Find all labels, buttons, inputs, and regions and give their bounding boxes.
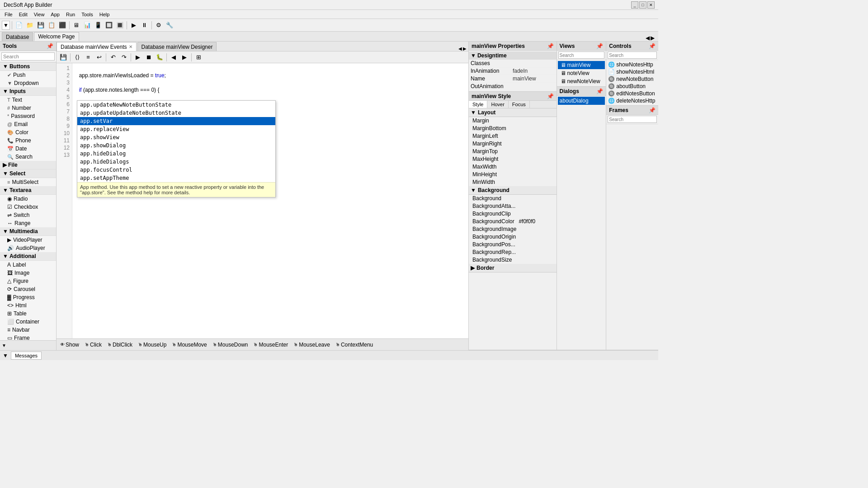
title-bar-controls[interactable]: _ □ ✕ [631, 1, 655, 9]
editor-tab-designer[interactable]: Database mainView Designer [137, 42, 217, 51]
prop-inanimation-val[interactable]: fadeIn [511, 67, 557, 75]
toolbar-btn-10[interactable]: 🔳 [115, 20, 125, 30]
properties-pin-btn[interactable]: 📌 [547, 43, 554, 49]
tools-search-input[interactable] [1, 52, 55, 61]
tool-email[interactable]: @Email [0, 120, 56, 128]
toolbar-btn-run[interactable]: ▶ [129, 20, 139, 30]
tool-audioplayer[interactable]: 🔊AudioPlayer [0, 244, 56, 252]
control-shownoteshttp[interactable]: 🌐 showNotesHttp [606, 61, 658, 68]
toolbar-btn-open[interactable]: 📁 [25, 20, 35, 30]
menu-edit[interactable]: Edit [16, 11, 30, 18]
toolbar-btn-debug[interactable]: ⏸ [140, 20, 150, 30]
event-mousedown[interactable]: 🖱 MouseDown [211, 341, 250, 348]
marginright-val[interactable] [517, 140, 556, 147]
tool-carousel[interactable]: ⟳Carousel [0, 285, 56, 293]
tool-navbar[interactable]: ≡Navbar [0, 326, 56, 334]
toolbar-btn-save[interactable]: 💾 [36, 20, 46, 30]
tool-videoplayer[interactable]: ▶VideoPlayer [0, 236, 56, 244]
tool-table[interactable]: ⊞Table [0, 310, 56, 318]
ac-item-4[interactable]: app.replaceView [77, 125, 275, 133]
tool-range[interactable]: ↔Range [0, 219, 56, 227]
control-shownoteshtml[interactable]: 📄 showNotesHtml [606, 68, 658, 75]
tools-panel-pin[interactable]: 📌 [47, 43, 53, 49]
bgrep-val[interactable] [517, 249, 556, 256]
menu-help[interactable]: Help [97, 11, 113, 18]
view-newnoteview[interactable]: 🖥 newNoteView [558, 77, 605, 85]
ed-debug-btn[interactable]: 🐛 [155, 52, 165, 62]
autocomplete-dropdown[interactable]: app.updateNewNoteButtonState app.updateU… [77, 100, 276, 197]
bgpos-val[interactable] [517, 241, 556, 248]
tool-color[interactable]: 🎨Color [0, 128, 56, 136]
ed-prev-btn[interactable]: ◀ [169, 52, 179, 62]
ed-save-btn[interactable]: 💾 [58, 52, 68, 62]
style-pin-btn[interactable]: 📌 [547, 93, 554, 99]
minwidth-val[interactable] [517, 178, 556, 186]
toolbar-btn-7[interactable]: 📊 [82, 20, 92, 30]
ed-next-btn[interactable]: ▶ [179, 52, 189, 62]
menu-view[interactable]: View [31, 11, 47, 18]
style-group-background[interactable]: ▼ Background [469, 186, 557, 195]
style-group-border[interactable]: ▶ Border [469, 264, 557, 272]
tool-progress[interactable]: ▓Progress [0, 293, 56, 301]
ac-item-9[interactable]: app.focusControl [77, 166, 275, 174]
event-contextmenu[interactable]: 🖱 ContextMenu [334, 341, 375, 348]
tool-multiselect[interactable]: ≡MultiSelect [0, 178, 56, 186]
tool-image[interactable]: 🖼Image [0, 269, 56, 277]
bgsize-val[interactable] [517, 256, 556, 263]
tool-switch[interactable]: ⇌Switch [0, 211, 56, 219]
minheight-val[interactable] [517, 171, 556, 178]
tool-number[interactable]: #Number [0, 104, 56, 112]
maximize-button[interactable]: □ [639, 1, 646, 9]
dialog-aboutdialog[interactable]: aboutDialog [558, 97, 605, 105]
ed-outdent-btn[interactable]: ↩ [94, 52, 104, 62]
prop-outanimation-val[interactable] [511, 83, 557, 90]
controls-pin-btn[interactable]: 📌 [649, 43, 656, 49]
prop-name-val[interactable]: mainView [511, 75, 557, 82]
control-editnotesbutton[interactable]: 🔘 editNotesButton [606, 90, 658, 97]
ed-run-btn[interactable]: ▶ [133, 52, 143, 62]
category-additional[interactable]: ▼ Additional [0, 252, 56, 261]
editor-tab-events[interactable]: Database mainView Events ✕ [57, 42, 137, 51]
style-tab-hover[interactable]: Hover [487, 101, 508, 108]
bg-val[interactable] [517, 195, 556, 202]
toolbar-btn-5[interactable]: ⬛ [57, 20, 67, 30]
marginbottom-val[interactable] [517, 125, 556, 132]
ed-redo-btn[interactable]: ↷ [119, 52, 129, 62]
category-inputs[interactable]: ▼ Inputs [0, 87, 56, 96]
toolbar-btn-new[interactable]: 📄 [14, 20, 24, 30]
ac-item-3[interactable]: app.setVar [77, 117, 275, 125]
view-noteview[interactable]: 🖥 noteView [558, 69, 605, 77]
tool-password[interactable]: *Password [0, 112, 56, 120]
ac-item-2[interactable]: app.updateUpdateNoteButtonState [77, 109, 275, 117]
style-tab-focus[interactable]: Focus [509, 101, 530, 108]
toolbar-btn-12[interactable]: 🔧 [165, 20, 175, 30]
tool-label[interactable]: ALabel [0, 261, 56, 269]
ac-item-8[interactable]: app.hideDialogs [77, 158, 275, 166]
menu-app[interactable]: App [48, 11, 62, 18]
minimize-button[interactable]: _ [631, 1, 638, 9]
bgclip-val[interactable] [517, 210, 556, 217]
margin-val[interactable] [517, 117, 556, 124]
event-mouseenter[interactable]: 🖱 MouseEnter [251, 341, 290, 348]
ed-format-btn[interactable]: ⟨⟩ [72, 52, 82, 62]
frames-search-input[interactable] [608, 116, 657, 123]
tab-welcome[interactable]: Welcome Page [34, 32, 79, 41]
tool-search-input[interactable]: 🔍Search [0, 153, 56, 161]
event-dblclick[interactable]: 🖱 DblClick [105, 341, 134, 348]
maxheight-val[interactable] [517, 155, 556, 163]
tool-text[interactable]: TText [0, 96, 56, 104]
toolbar-btn-11[interactable]: ⚙ [154, 20, 164, 30]
designtime-header[interactable]: ▼ Designtime [469, 52, 557, 60]
ed-expand-btn[interactable]: ⊞ [193, 52, 203, 62]
menu-file[interactable]: File [2, 11, 15, 18]
bgimage-val[interactable] [517, 225, 556, 233]
maxwidth-val[interactable] [517, 163, 556, 170]
tab-database[interactable]: Database [2, 32, 33, 41]
tool-date[interactable]: 📅Date [0, 145, 56, 153]
toolbar-btn-9[interactable]: 🔲 [104, 20, 114, 30]
tab-next-btn[interactable]: ▶ [651, 35, 655, 41]
toolbar-btn-4[interactable]: 📋 [47, 20, 57, 30]
event-mouseup[interactable]: 🖱 MouseUp [136, 341, 168, 348]
style-tab-style[interactable]: Style [469, 101, 487, 108]
marginleft-val[interactable] [517, 132, 556, 140]
